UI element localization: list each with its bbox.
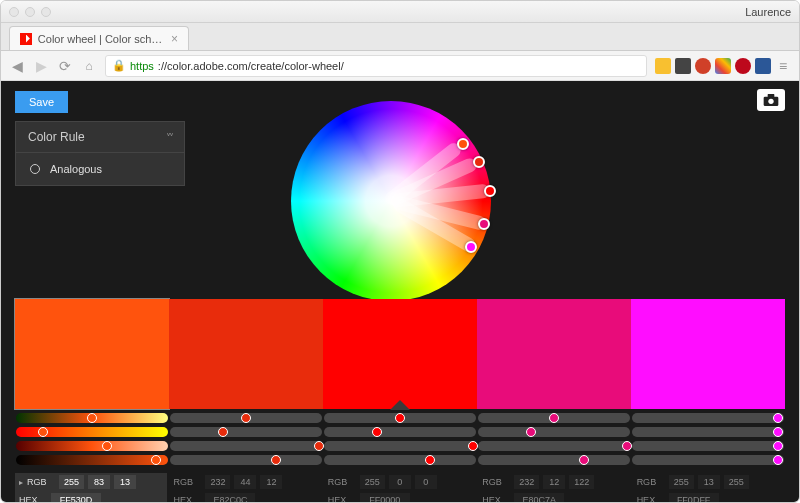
wheel-handle[interactable]	[484, 185, 496, 197]
slider[interactable]	[170, 413, 322, 423]
slider[interactable]	[632, 441, 784, 451]
rgb-value[interactable]: 255	[724, 475, 749, 489]
rgb-value[interactable]: 12	[260, 475, 282, 489]
ext-icon-4[interactable]	[715, 58, 731, 74]
slider-knob[interactable]	[87, 413, 97, 423]
traffic-zoom[interactable]	[41, 7, 51, 17]
lock-icon: 🔒	[112, 59, 126, 72]
profile-name[interactable]: Laurence	[745, 6, 791, 18]
swatch[interactable]	[323, 299, 477, 409]
save-button[interactable]: Save	[15, 91, 68, 113]
rgb-value[interactable]: 13	[114, 475, 136, 489]
rgb-value[interactable]: 122	[569, 475, 594, 489]
slider-knob[interactable]	[38, 427, 48, 437]
slider[interactable]	[478, 413, 630, 423]
traffic-minimize[interactable]	[25, 7, 35, 17]
slider[interactable]	[632, 413, 784, 423]
slider-knob[interactable]	[579, 455, 589, 465]
slider-knob[interactable]	[425, 455, 435, 465]
reload-icon[interactable]: ⟳	[57, 58, 73, 74]
slider-knob[interactable]	[271, 455, 281, 465]
swatch[interactable]	[169, 299, 323, 409]
slider[interactable]	[632, 455, 784, 465]
hex-value[interactable]: FF0000	[360, 493, 410, 502]
rgb-value[interactable]: 83	[88, 475, 110, 489]
slider[interactable]	[170, 455, 322, 465]
slider[interactable]	[324, 427, 476, 437]
slider[interactable]	[324, 413, 476, 423]
rgb-value[interactable]: 232	[514, 475, 539, 489]
color-rule-header[interactable]: Color Rule ˅˅	[16, 122, 184, 153]
expand-icon[interactable]: ▸	[19, 478, 23, 487]
rgb-value[interactable]: 13	[698, 475, 720, 489]
slider-knob[interactable]	[151, 455, 161, 465]
slider-knob[interactable]	[622, 441, 632, 451]
hex-label: HEX	[328, 495, 356, 502]
slider[interactable]	[324, 441, 476, 451]
color-rule-option[interactable]: Analogous	[16, 153, 184, 185]
rgb-value[interactable]: 0	[415, 475, 437, 489]
swatch[interactable]	[15, 299, 169, 409]
wheel-handle[interactable]	[465, 241, 477, 253]
slider[interactable]	[324, 455, 476, 465]
slider-knob[interactable]	[372, 427, 382, 437]
value-column: RGB2324412HEXE82C0C	[169, 473, 321, 502]
camera-button[interactable]	[757, 89, 785, 111]
slider[interactable]	[170, 427, 322, 437]
tab-bar: Color wheel | Color schem ×	[1, 23, 799, 51]
slider[interactable]	[478, 441, 630, 451]
wheel-handle[interactable]	[457, 138, 469, 150]
hex-value[interactable]: E82C0C	[205, 493, 255, 502]
menu-icon[interactable]: ≡	[775, 58, 791, 74]
hex-value[interactable]: FF530D	[51, 493, 101, 502]
rgb-value[interactable]: 0	[389, 475, 411, 489]
rgb-value[interactable]: 255	[669, 475, 694, 489]
slider-knob[interactable]	[549, 413, 559, 423]
ext-icon-3[interactable]	[695, 58, 711, 74]
slider-knob[interactable]	[314, 441, 324, 451]
rgb-value[interactable]: 12	[543, 475, 565, 489]
url-input[interactable]: 🔒 https://color.adobe.com/create/color-w…	[105, 55, 647, 77]
slider-knob[interactable]	[773, 413, 783, 423]
slider[interactable]	[170, 441, 322, 451]
slider[interactable]	[16, 441, 168, 451]
ext-icon-6[interactable]	[755, 58, 771, 74]
slider-knob[interactable]	[773, 441, 783, 451]
svg-rect-1	[768, 94, 775, 97]
rgb-value[interactable]: 232	[205, 475, 230, 489]
slider-knob[interactable]	[241, 413, 251, 423]
slider[interactable]	[632, 427, 784, 437]
slider[interactable]	[478, 455, 630, 465]
wheel-handle[interactable]	[478, 218, 490, 230]
rgb-value[interactable]: 255	[59, 475, 84, 489]
ext-icon-2[interactable]	[675, 58, 691, 74]
slider-knob[interactable]	[773, 455, 783, 465]
swatch[interactable]	[477, 299, 631, 409]
traffic-close[interactable]	[9, 7, 19, 17]
slider-knob[interactable]	[526, 427, 536, 437]
tab-close-icon[interactable]: ×	[171, 32, 178, 46]
slider-knob[interactable]	[102, 441, 112, 451]
slider-knob[interactable]	[773, 427, 783, 437]
slider[interactable]	[16, 455, 168, 465]
rgb-value[interactable]: 255	[360, 475, 385, 489]
ext-icon-1[interactable]	[655, 58, 671, 74]
color-wheel[interactable]	[281, 101, 501, 321]
slider-knob[interactable]	[468, 441, 478, 451]
slider[interactable]	[478, 427, 630, 437]
hex-value[interactable]: E80C7A	[514, 493, 564, 502]
nav-back-icon[interactable]: ◀	[9, 58, 25, 74]
camera-icon	[763, 93, 779, 107]
slider-knob[interactable]	[218, 427, 228, 437]
slider[interactable]	[16, 413, 168, 423]
nav-forward-icon[interactable]: ▶	[33, 58, 49, 74]
swatch[interactable]	[631, 299, 785, 409]
slider[interactable]	[16, 427, 168, 437]
hex-value[interactable]: FF0DFF	[669, 493, 719, 502]
ext-icon-5[interactable]	[735, 58, 751, 74]
home-icon[interactable]: ⌂	[81, 58, 97, 74]
browser-tab[interactable]: Color wheel | Color schem ×	[9, 26, 189, 50]
rgb-value[interactable]: 44	[234, 475, 256, 489]
wheel-handle[interactable]	[473, 156, 485, 168]
slider-knob[interactable]	[395, 413, 405, 423]
